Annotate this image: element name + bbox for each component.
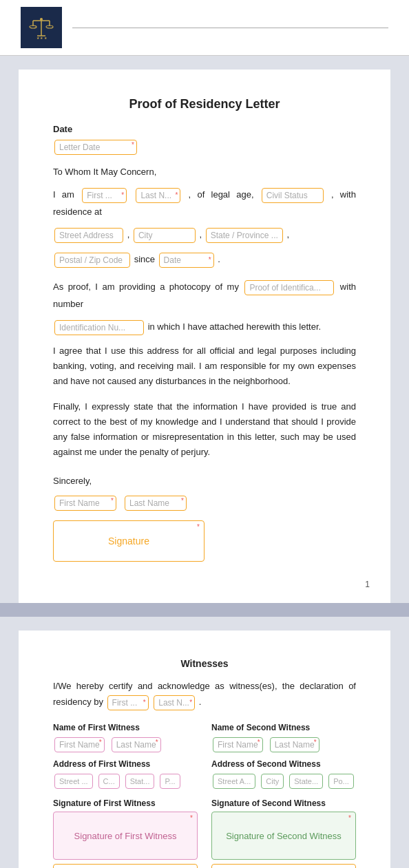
attached-text: in which I have attached herewith this l… <box>148 322 321 332</box>
proof-id-placeholder: Proof of Identifica... <box>249 281 320 295</box>
w1-sig-req: * <box>190 814 193 822</box>
ref-period: . <box>199 697 202 708</box>
witness2-date-field[interactable]: 05-10-2023 * <box>211 864 356 868</box>
postal-placeholder: Postal / Zip Code <box>59 253 123 267</box>
id-number-paragraph: Identification Nu... in which I have att… <box>53 319 356 337</box>
ref-last-field[interactable]: Last N... * <box>154 695 195 710</box>
witness2-address-label: Address of Second Witness <box>211 759 356 769</box>
witness2-name-row: First Name * Last Name * <box>211 736 356 754</box>
signer-last-name-field[interactable]: Last Name * <box>125 496 187 511</box>
witness1-address-row: Street ... C... Stat... P... <box>53 772 198 790</box>
page-divider <box>0 603 409 617</box>
since-label: since <box>134 255 155 265</box>
w2-street-placeholder: Street A... <box>218 777 251 785</box>
sincerely-text: Sincerely, <box>53 474 356 489</box>
since-date-required: * <box>209 254 211 266</box>
signer-last-required: * <box>181 497 184 505</box>
w2-postal-field[interactable]: Po... <box>328 774 354 789</box>
witness2-sig-box[interactable]: Signature of Second Witness * <box>211 812 356 860</box>
w2-state-field[interactable]: State... <box>289 774 323 789</box>
signature-required: * <box>197 523 200 531</box>
name-row: First Name * Last Name * <box>53 494 356 512</box>
comma1: , <box>127 230 130 240</box>
since-date-placeholder: Date <box>164 253 181 267</box>
first-name-placeholder: First ... <box>87 189 112 202</box>
signer-last-placeholder: Last Name <box>129 498 169 508</box>
witness1-name-label: Name of First Witness <box>53 723 198 732</box>
ref-last-required: * <box>189 697 192 708</box>
w2-sig-placeholder: Signature of Second Witness <box>226 831 342 841</box>
w1-street-placeholder: Street ... <box>59 777 88 785</box>
witnesses-intro: I/We hereby certify and acknowledge as w… <box>53 679 356 712</box>
witness1-date-field[interactable]: 05-10-2023 * <box>53 864 198 868</box>
ref-last-placeholder: Last N... <box>158 696 189 710</box>
witness2-sig-label: Signature of Second Witness <box>211 798 356 808</box>
postal-paragraph: Postal / Zip Code since Date * . <box>53 251 356 269</box>
id-number-placeholder: Identification Nu... <box>59 321 125 335</box>
w1-state-field[interactable]: Stat... <box>125 774 155 789</box>
last-name-required: * <box>175 189 178 201</box>
page-number: 1 <box>365 580 370 589</box>
since-date-field[interactable]: Date * <box>159 253 214 268</box>
w2-street-field[interactable]: Street A... <box>213 774 255 789</box>
signature-field[interactable]: Signature * <box>53 520 204 562</box>
letter-date-required: * <box>132 141 134 149</box>
street-address-field[interactable]: Street Address <box>54 228 123 243</box>
letter-date-field[interactable]: Letter Date * <box>54 140 137 155</box>
witness2-first-field[interactable]: First Name * <box>213 737 263 752</box>
city-field[interactable]: City <box>134 228 196 243</box>
civil-status-field[interactable]: Civil Status <box>262 188 324 203</box>
witness1-last-field[interactable]: Last Name * <box>112 737 161 752</box>
w1-city-placeholder: C... <box>103 777 115 785</box>
body1-prefix: I am <box>53 190 74 200</box>
w1-city-field[interactable]: C... <box>98 774 120 789</box>
w2-last-req: * <box>314 739 317 746</box>
postal-field[interactable]: Postal / Zip Code <box>54 253 130 268</box>
w1-street-field[interactable]: Street ... <box>54 774 93 789</box>
id-number-field[interactable]: Identification Nu... <box>54 320 144 335</box>
signature-placeholder: Signature <box>108 536 149 547</box>
last-name-placeholder: Last N... <box>140 189 171 202</box>
signer-first-placeholder: First Name <box>59 498 100 508</box>
w2-last-placeholder: Last Name <box>275 740 315 750</box>
proof-id-field[interactable]: Proof of Identifica... <box>244 280 334 295</box>
signature-area: Signature * <box>53 520 356 562</box>
witness-1-section: Name of First Witness First Name * Last … <box>53 723 198 868</box>
proof-label: As proof, I am providing a photocopy of … <box>53 282 239 293</box>
first-name-field[interactable]: First ... * <box>82 188 127 203</box>
witness2-name-label: Name of Second Witness <box>211 723 356 732</box>
witness2-last-field[interactable]: Last Name * <box>270 737 319 752</box>
w2-sig-req: * <box>348 814 351 822</box>
ref-first-required: * <box>143 697 146 708</box>
body-paragraph-1: I am First ... * Last N... * , of legal … <box>53 187 356 220</box>
intro-text: I/We hereby certify and acknowledge as w… <box>53 681 356 708</box>
witness1-first-field[interactable]: First Name * <box>54 737 105 752</box>
w2-city-placeholder: City <box>266 777 279 785</box>
svg-point-8 <box>41 19 43 21</box>
street-placeholder: Street Address <box>59 229 114 242</box>
body1-middle: , of legal age, <box>189 190 254 200</box>
address-paragraph: Street Address , City , State / Province… <box>53 226 356 244</box>
scales-icon: ★ ★ ★ <box>28 14 55 41</box>
witness1-sig-box[interactable]: Signature of First Witness * <box>53 812 198 860</box>
greeting: To Whom It May Concern, <box>53 165 356 180</box>
w1-last-placeholder: Last Name <box>116 740 156 750</box>
civil-status-placeholder: Civil Status <box>266 189 308 202</box>
agreement-paragraph: I agree that I use this address for all … <box>53 343 356 389</box>
w2-city-field[interactable]: City <box>261 774 284 789</box>
ref-first-field[interactable]: First ... * <box>107 695 149 710</box>
last-name-field[interactable]: Last N... * <box>136 188 180 203</box>
perjury-paragraph: Finally, I expressly state that the info… <box>53 399 356 460</box>
state-field[interactable]: State / Province ... <box>206 228 283 243</box>
w1-postal-field[interactable]: P... <box>160 774 180 789</box>
w1-first-placeholder: First Name <box>59 740 100 750</box>
w2-postal-placeholder: Po... <box>333 777 349 785</box>
svg-text:★ ★ ★: ★ ★ ★ <box>36 36 48 40</box>
period: . <box>218 255 220 265</box>
w1-first-req: * <box>99 739 102 746</box>
logo-bar: ★ ★ ★ <box>0 0 409 56</box>
signer-first-name-field[interactable]: First Name * <box>54 496 116 511</box>
signer-first-required: * <box>111 497 114 505</box>
witnesses-title: Witnesses <box>53 658 356 669</box>
proof-paragraph: As proof, I am providing a photocopy of … <box>53 279 356 312</box>
